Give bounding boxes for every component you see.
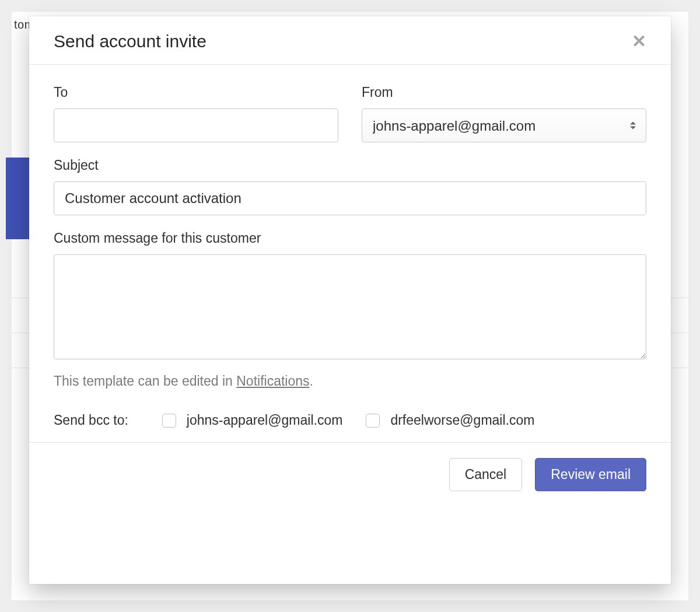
subject-input[interactable]: [54, 181, 646, 215]
modal-header: Send account invite ✕: [29, 16, 671, 65]
message-textarea[interactable]: [54, 254, 646, 359]
from-label: From: [362, 85, 646, 100]
notifications-link[interactable]: Notifications: [236, 373, 309, 389]
hint-suffix: .: [310, 373, 313, 389]
bcc-option[interactable]: johns-apparel@gmail.com: [162, 412, 343, 428]
cancel-button[interactable]: Cancel: [449, 458, 523, 491]
close-icon[interactable]: ✕: [632, 33, 646, 50]
from-select[interactable]: johns-apparel@gmail.com: [362, 109, 646, 142]
checkbox[interactable]: [162, 414, 176, 428]
bcc-label: Send bcc to:: [54, 412, 128, 428]
message-label: Custom message for this customer: [54, 230, 646, 246]
review-email-button[interactable]: Review email: [535, 458, 646, 491]
bcc-row: Send bcc to: johns-apparel@gmail.com drf…: [54, 412, 646, 428]
hint-prefix: This template can be edited in: [54, 373, 236, 389]
bcc-email: drfeelworse@gmail.com: [390, 412, 534, 428]
bcc-option[interactable]: drfeelworse@gmail.com: [366, 412, 534, 428]
bcc-email: johns-apparel@gmail.com: [187, 412, 343, 428]
send-invite-modal: Send account invite ✕ To From johns-appa…: [29, 16, 671, 584]
to-label: To: [54, 85, 338, 100]
subject-label: Subject: [54, 158, 646, 173]
to-input[interactable]: [54, 109, 338, 142]
checkbox[interactable]: [366, 414, 380, 428]
modal-title: Send account invite: [54, 32, 206, 51]
template-hint: This template can be edited in Notificat…: [54, 373, 646, 389]
modal-footer: Cancel Review email: [29, 442, 671, 506]
modal-body: To From johns-apparel@gmail.com Subject: [29, 65, 671, 442]
